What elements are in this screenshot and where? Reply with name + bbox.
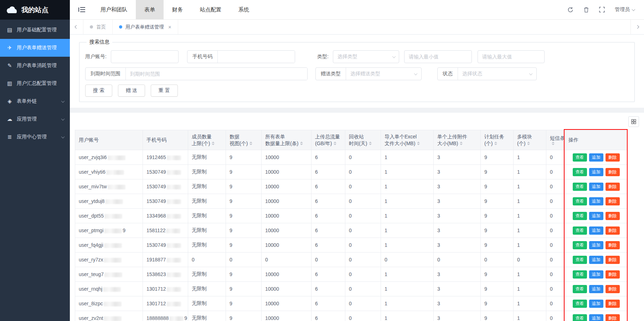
- column-header-2[interactable]: 成员数量上限(个): [188, 130, 226, 150]
- append-button[interactable]: 追加: [589, 183, 603, 191]
- column-header-5[interactable]: 上传总流量(GB/年): [311, 130, 345, 150]
- sort-icon[interactable]: [334, 142, 336, 145]
- view-button[interactable]: 查看: [573, 168, 587, 176]
- phone-input[interactable]: [218, 51, 295, 63]
- sort-icon[interactable]: [552, 142, 555, 145]
- append-button[interactable]: 追加: [589, 168, 603, 176]
- append-button[interactable]: 追加: [589, 153, 603, 162]
- append-button[interactable]: 追加: [589, 197, 603, 205]
- append-button[interactable]: 追加: [589, 300, 603, 308]
- append-button[interactable]: 追加: [589, 270, 603, 279]
- status-select[interactable]: 选择状态: [458, 68, 536, 80]
- phone-cell: 1301712: [143, 296, 188, 311]
- sort-icon[interactable]: [249, 142, 252, 145]
- delete-button[interactable]: 删除: [606, 285, 620, 293]
- column-header-4[interactable]: 所有表单数据量上限(条): [262, 130, 311, 150]
- value-cell-6: 3: [434, 209, 481, 223]
- summary-chart-icon: ▥: [6, 80, 14, 87]
- sort-icon[interactable]: [417, 142, 420, 145]
- sort-icon[interactable]: [212, 142, 215, 145]
- topnav-item-2[interactable]: 财务: [164, 0, 191, 19]
- view-button[interactable]: 查看: [573, 256, 587, 264]
- tab-1[interactable]: 用户表单赠送管理×: [113, 20, 178, 34]
- sort-icon[interactable]: [369, 142, 372, 145]
- tabs-scroll-right[interactable]: [630, 20, 644, 34]
- view-button[interactable]: 查看: [573, 300, 587, 308]
- append-button[interactable]: 追加: [589, 256, 603, 264]
- append-button[interactable]: 追加: [589, 241, 603, 249]
- account-input[interactable]: [111, 50, 179, 63]
- topnav-item-3[interactable]: 站点配置: [191, 0, 230, 19]
- column-header-9[interactable]: 计划任务(个): [481, 130, 514, 150]
- topnav-item-0[interactable]: 用户和团队: [92, 0, 136, 19]
- delete-button[interactable]: 删除: [606, 300, 620, 308]
- sidebar-item-1[interactable]: ✈用户表单赠送管理: [0, 39, 70, 57]
- sidebar-item-3[interactable]: ▥用户汇总配置管理: [0, 75, 70, 92]
- column-header-7[interactable]: 导入单个Excel文件大小(MB): [381, 130, 434, 150]
- column-title: 计划任务: [484, 133, 510, 140]
- column-header-3[interactable]: 数据视图(个): [226, 130, 262, 150]
- refresh-icon[interactable]: [567, 7, 573, 13]
- tab-close-icon[interactable]: ×: [168, 24, 171, 30]
- view-button[interactable]: 查看: [573, 270, 587, 279]
- max-value-input[interactable]: [478, 50, 545, 63]
- delete-button[interactable]: 删除: [606, 183, 620, 191]
- sidebar-item-4[interactable]: ◈表单外链: [0, 92, 70, 110]
- tabs-scroll-left[interactable]: [70, 20, 83, 34]
- delete-button[interactable]: 删除: [606, 168, 620, 176]
- append-button[interactable]: 追加: [589, 285, 603, 293]
- value-cell-4: 0: [345, 150, 381, 165]
- chevron-down-icon: [392, 55, 396, 58]
- delete-button[interactable]: 删除: [606, 256, 620, 264]
- column-settings-icon[interactable]: [628, 116, 639, 127]
- sidebar-item-6[interactable]: ≣应用中心管理: [0, 128, 70, 146]
- view-button[interactable]: 查看: [573, 226, 587, 235]
- value-cell-9: 0: [546, 223, 565, 238]
- view-button[interactable]: 查看: [573, 197, 587, 205]
- gift-type-select[interactable]: 选择赠送类型: [346, 68, 421, 80]
- delete-button[interactable]: 删除: [606, 270, 620, 279]
- append-button[interactable]: 追加: [589, 314, 603, 321]
- sidebar-item-0[interactable]: ▤用户基础配置管理: [0, 21, 70, 39]
- sort-icon[interactable]: [300, 142, 303, 145]
- type-select[interactable]: 选择类型: [333, 50, 399, 63]
- trash-icon[interactable]: [583, 7, 589, 13]
- delete-button[interactable]: 删除: [606, 314, 620, 321]
- fullscreen-icon[interactable]: [599, 7, 605, 12]
- gift-button[interactable]: 赠 送: [118, 85, 145, 97]
- delete-button[interactable]: 删除: [606, 153, 620, 162]
- sort-icon[interactable]: [494, 142, 497, 145]
- view-button[interactable]: 查看: [573, 241, 587, 249]
- value-cell-5: 1: [381, 311, 434, 321]
- append-button[interactable]: 追加: [589, 212, 603, 220]
- column-header-10[interactable]: 多模块(个): [514, 130, 546, 150]
- collapse-menu-icon[interactable]: [78, 7, 86, 12]
- view-button[interactable]: 查看: [573, 212, 587, 220]
- column-header-8[interactable]: 单个上传附件大小(MB): [434, 130, 481, 150]
- append-button[interactable]: 追加: [589, 226, 603, 235]
- sidebar-item-5[interactable]: ☁应用管理: [0, 110, 70, 128]
- view-button[interactable]: 查看: [573, 153, 587, 162]
- topnav-item-1[interactable]: 表单: [136, 0, 164, 19]
- delete-button[interactable]: 删除: [606, 212, 620, 220]
- column-header-6[interactable]: 回收站时间(天): [345, 130, 381, 150]
- user-menu[interactable]: 管理员: [615, 6, 635, 13]
- delete-button[interactable]: 删除: [606, 241, 620, 249]
- topnav-item-4[interactable]: 系统: [230, 0, 258, 19]
- sort-icon[interactable]: [527, 142, 530, 145]
- expire-range-input[interactable]: [126, 68, 307, 80]
- search-legend: 搜索信息: [87, 39, 112, 45]
- sort-icon[interactable]: [460, 142, 463, 145]
- min-value-input[interactable]: [404, 50, 472, 63]
- reset-button[interactable]: 重 置: [151, 85, 178, 97]
- column-header-11[interactable]: 短信条: [546, 130, 565, 150]
- view-button[interactable]: 查看: [573, 314, 587, 321]
- sidebar-item-2[interactable]: ✎用户表单消耗管理: [0, 57, 70, 75]
- delete-button[interactable]: 删除: [606, 197, 620, 205]
- view-button[interactable]: 查看: [573, 183, 587, 191]
- table-row: user_miv7tw1530749无限制9100006013910查看追加删除: [75, 179, 628, 194]
- delete-button[interactable]: 删除: [606, 226, 620, 235]
- search-button[interactable]: 搜 索: [85, 85, 112, 97]
- tab-0[interactable]: 首页: [83, 20, 113, 34]
- view-button[interactable]: 查看: [573, 285, 587, 293]
